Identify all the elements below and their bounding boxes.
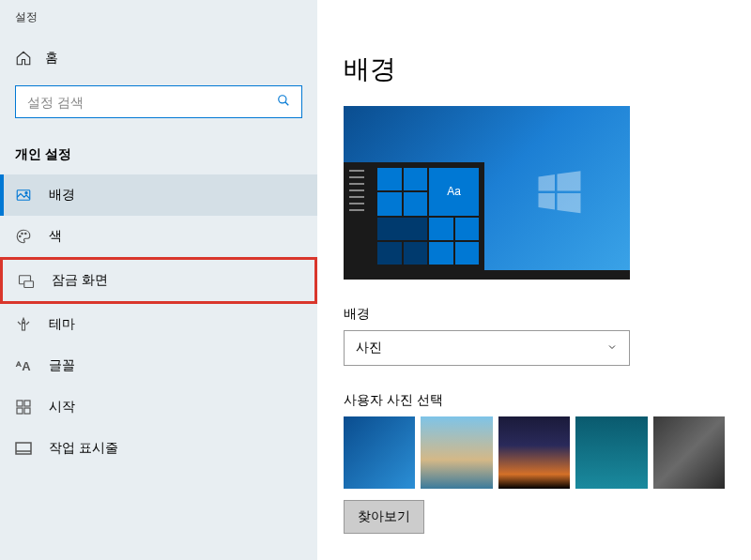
- svg-rect-14: [16, 443, 31, 454]
- svg-rect-10: [17, 401, 23, 406]
- theme-icon: [15, 316, 32, 333]
- desktop-preview: Aa: [344, 106, 630, 280]
- search-input[interactable]: [27, 95, 277, 110]
- image-icon: [15, 187, 32, 204]
- main-content: 배경 Aa: [317, 0, 751, 560]
- nav-label: 배경: [49, 187, 75, 204]
- nav-label: 테마: [49, 316, 75, 333]
- taskbar-icon: [15, 440, 32, 457]
- sidebar-item-lock-screen[interactable]: 잠금 화면: [0, 257, 317, 304]
- preview-start-menu: Aa: [344, 162, 484, 270]
- preview-tile-aa: Aa: [429, 168, 479, 216]
- nav-label: 잠금 화면: [52, 272, 108, 289]
- palette-icon: [15, 228, 32, 245]
- sidebar: 설정 홈 개인 설정 배경: [0, 0, 317, 560]
- settings-title: 설정: [0, 9, 317, 42]
- nav-label: 색: [49, 228, 62, 245]
- photo-thumb-4[interactable]: [575, 416, 647, 489]
- photo-thumb-1[interactable]: [344, 416, 415, 489]
- home-icon: [15, 50, 32, 67]
- svg-rect-8: [24, 281, 34, 288]
- chevron-down-icon: [606, 341, 618, 356]
- sidebar-item-fonts[interactable]: ᴬA 글꼴: [0, 345, 317, 386]
- lock-screen-icon: [18, 272, 35, 289]
- nav-label: 작업 표시줄: [49, 440, 118, 457]
- svg-rect-12: [17, 408, 23, 414]
- sidebar-item-start[interactable]: 시작: [0, 386, 317, 428]
- nav-label: 시작: [49, 399, 75, 416]
- photo-thumb-3[interactable]: [498, 416, 570, 489]
- svg-line-1: [285, 102, 289, 106]
- sidebar-item-background[interactable]: 배경: [0, 174, 317, 216]
- section-title: 개인 설정: [0, 129, 317, 174]
- svg-point-4: [20, 235, 22, 237]
- sidebar-item-colors[interactable]: 색: [0, 216, 317, 257]
- windows-logo-icon: [531, 165, 588, 221]
- background-field-label: 배경: [344, 306, 725, 323]
- svg-rect-9: [23, 324, 25, 331]
- sidebar-item-themes[interactable]: 테마: [0, 304, 317, 345]
- search-field[interactable]: [15, 85, 302, 118]
- sidebar-item-taskbar[interactable]: 작업 표시줄: [0, 428, 317, 469]
- dropdown-value: 사진: [356, 340, 382, 356]
- svg-point-5: [22, 233, 23, 235]
- choose-photo-label: 사용자 사진 선택: [344, 392, 725, 409]
- svg-point-0: [279, 96, 286, 103]
- svg-point-3: [25, 192, 27, 194]
- nav-label: 글꼴: [49, 357, 75, 374]
- photo-thumb-5[interactable]: [653, 416, 725, 489]
- font-icon: ᴬA: [15, 357, 32, 374]
- svg-rect-13: [24, 408, 30, 414]
- photo-thumbnails: [344, 416, 725, 489]
- photo-thumb-2[interactable]: [421, 416, 492, 489]
- start-icon: [15, 399, 32, 416]
- page-title: 배경: [344, 52, 725, 87]
- svg-rect-11: [24, 401, 30, 406]
- browse-button[interactable]: 찾아보기: [344, 500, 424, 534]
- home-label: 홈: [45, 50, 58, 67]
- background-dropdown[interactable]: 사진: [344, 330, 630, 366]
- home-nav-item[interactable]: 홈: [0, 42, 317, 74]
- svg-point-6: [25, 233, 27, 235]
- search-icon: [277, 94, 290, 110]
